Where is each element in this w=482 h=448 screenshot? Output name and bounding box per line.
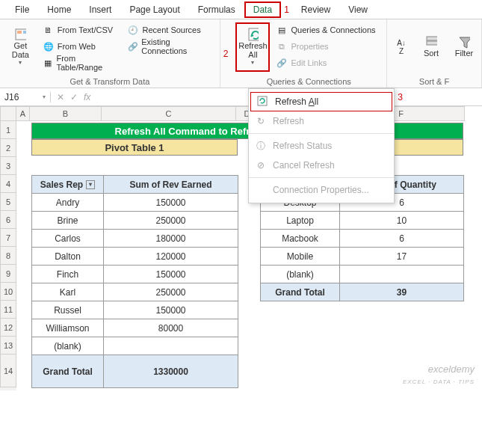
pt1-header-salesrep[interactable]: Sales Rep▾ xyxy=(32,176,104,194)
row-header[interactable]: 3 xyxy=(0,157,16,175)
dd-connection-properties[interactable]: Connection Properties... xyxy=(249,180,394,200)
cell[interactable]: Russel xyxy=(32,301,104,319)
row-header[interactable]: 4 xyxy=(0,175,16,193)
cell[interactable]: Williamson xyxy=(32,319,104,337)
cancel-fx-icon[interactable]: ✕ xyxy=(57,92,64,102)
recent-sources-button[interactable]: 🕘Recent Sources xyxy=(124,22,214,37)
dd-refresh-all[interactable]: Refresh All xyxy=(250,92,392,111)
dd-conn-label: Connection Properties... xyxy=(273,185,369,195)
chevron-down-icon: ▾ xyxy=(251,59,254,66)
tab-view[interactable]: View xyxy=(339,1,377,18)
refresh-menu-icon: ↻ xyxy=(255,115,267,127)
row-header[interactable]: 13 xyxy=(0,337,16,355)
from-text-csv-button[interactable]: 🗎From Text/CSV xyxy=(40,22,122,37)
row-header-column: 1 2 3 4 5 6 7 8 9 10 11 12 13 14 xyxy=(0,106,16,390)
row-header[interactable]: 7 xyxy=(0,229,16,247)
existing-connections-button[interactable]: 🔗Existing Connections xyxy=(124,39,214,54)
cell[interactable]: (blank) xyxy=(261,266,340,283)
from-web-label: From Web xyxy=(58,42,96,51)
cell[interactable] xyxy=(340,266,464,283)
sort-button[interactable]: Sort xyxy=(414,22,448,72)
name-box[interactable]: J16▾ xyxy=(0,92,51,102)
cell[interactable]: 39 xyxy=(340,283,464,301)
cell[interactable]: 150000 xyxy=(104,194,238,212)
cell[interactable]: 6 xyxy=(340,230,464,248)
row-header[interactable]: 10 xyxy=(0,283,16,301)
row-header[interactable]: 5 xyxy=(0,193,16,211)
cell[interactable]: Dalton xyxy=(32,248,104,266)
cell[interactable]: 10 xyxy=(340,212,464,230)
tab-formulas[interactable]: Formulas xyxy=(189,1,244,18)
refresh-all-button[interactable]: Refresh All ▾ xyxy=(235,22,270,72)
refresh-all-dropdown: Refresh All 3 ↻ Refresh ⓘ Refresh Status… xyxy=(248,88,395,203)
cell[interactable]: 1330000 xyxy=(104,355,238,388)
row-header[interactable]: 11 xyxy=(0,301,16,319)
filter-dropdown-icon[interactable]: ▾ xyxy=(86,180,95,189)
existing-connections-label: Existing Connections xyxy=(141,37,212,55)
cell[interactable]: Grand Total xyxy=(261,283,340,301)
cell[interactable]: 180000 xyxy=(104,230,238,248)
tab-data[interactable]: Data xyxy=(244,1,281,18)
fx-tools: ✕ ✓ fx xyxy=(51,92,96,102)
from-table-range-button[interactable]: ▦From Table/Range xyxy=(40,55,122,70)
row-header[interactable]: 8 xyxy=(0,247,16,265)
blank-icon xyxy=(255,184,267,196)
tab-insert[interactable]: Insert xyxy=(80,1,120,18)
dd-refresh-status[interactable]: ⓘ Refresh Status xyxy=(249,136,394,156)
fx-icon[interactable]: fx xyxy=(84,92,90,102)
cell[interactable]: Finch xyxy=(32,266,104,283)
col-header[interactable]: B xyxy=(30,106,102,121)
select-all-corner[interactable] xyxy=(0,106,16,121)
cell[interactable]: 17 xyxy=(340,248,464,266)
cell[interactable]: 80000 xyxy=(104,319,238,337)
queries-connections-button[interactable]: ▤Queries & Connections xyxy=(273,22,378,37)
cell[interactable]: (blank) xyxy=(32,337,104,355)
cell[interactable]: 250000 xyxy=(104,283,238,301)
cell[interactable]: 120000 xyxy=(104,248,238,266)
cell[interactable]: Carlos xyxy=(32,230,104,248)
cell[interactable]: 250000 xyxy=(104,212,238,230)
row-header[interactable]: 2 xyxy=(0,139,16,157)
connections-icon: 🔗 xyxy=(127,40,138,52)
cell[interactable]: Andry xyxy=(32,194,104,212)
cell[interactable]: Brine xyxy=(32,212,104,230)
dd-refresh[interactable]: ↻ Refresh xyxy=(249,111,394,131)
sub-banner-1: Pivot Table 1 xyxy=(31,139,238,156)
row-header[interactable]: 1 xyxy=(0,121,16,139)
row-header[interactable]: 6 xyxy=(0,211,16,229)
refresh-all-label: Refresh All xyxy=(238,41,268,59)
cell[interactable]: 150000 xyxy=(104,301,238,319)
edit-links-button[interactable]: 🔗Edit Links xyxy=(273,55,378,70)
cell[interactable]: Macbook xyxy=(261,230,340,248)
cell[interactable] xyxy=(104,337,238,355)
row-header[interactable]: 12 xyxy=(0,319,16,337)
col-header[interactable]: A xyxy=(16,106,30,121)
cell[interactable]: Karl xyxy=(32,283,104,301)
dd-refresh-label: Refresh xyxy=(273,116,304,126)
tab-file[interactable]: File xyxy=(6,1,38,18)
cell[interactable]: Grand Total xyxy=(32,355,104,388)
enter-fx-icon[interactable]: ✓ xyxy=(70,92,78,102)
col-header[interactable]: C xyxy=(102,106,236,121)
dd-cancel-refresh[interactable]: ⊘ Cancel Refresh xyxy=(249,156,394,175)
cell[interactable]: Mobile xyxy=(261,248,340,266)
row-header[interactable]: 9 xyxy=(0,265,16,283)
tab-home[interactable]: Home xyxy=(38,1,80,18)
filter-button[interactable]: Filter xyxy=(451,22,477,72)
get-data-button[interactable]: Get Data ▾ xyxy=(4,22,37,72)
tab-review[interactable]: Review xyxy=(292,1,339,18)
group-title-get-transform: Get & Transform Data xyxy=(4,76,215,86)
tab-page-layout[interactable]: Page Layout xyxy=(120,1,188,18)
cell[interactable]: 150000 xyxy=(104,266,238,283)
formula-bar-row: J16▾ ✕ ✓ fx xyxy=(0,88,482,106)
from-web-button[interactable]: 🌐From Web xyxy=(40,39,122,54)
sort-az-button[interactable]: A↓Z xyxy=(392,22,411,72)
recent-icon: 🕘 xyxy=(127,24,139,36)
pt1-h0-label: Sales Rep xyxy=(40,179,83,190)
properties-icon: ⧉ xyxy=(276,40,288,52)
table-row: Williamson80000 xyxy=(32,319,238,337)
row-header[interactable]: 14 xyxy=(0,355,16,387)
properties-button[interactable]: ⧉Properties xyxy=(273,39,378,54)
cell[interactable]: Laptop xyxy=(261,212,340,230)
pt1-header-rev: Sum of Rev Earned xyxy=(104,176,238,194)
